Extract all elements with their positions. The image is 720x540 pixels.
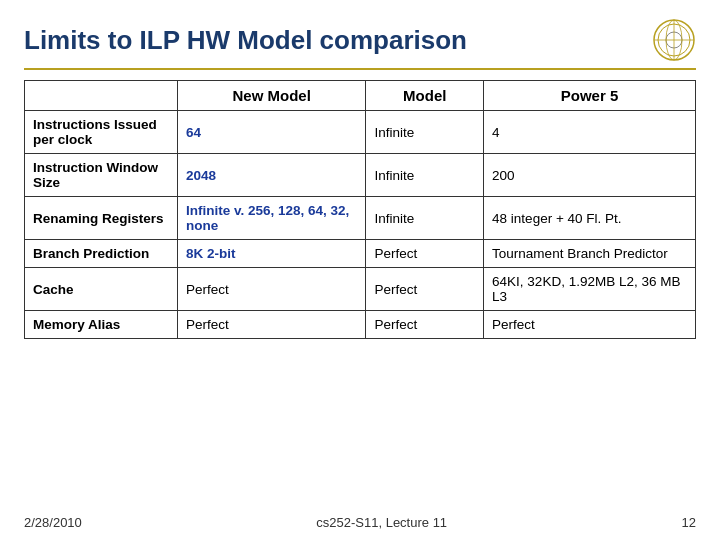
header-cell-power5: Power 5 <box>484 81 696 111</box>
comparison-table: New Model Model Power 5 Instructions Iss… <box>24 80 696 339</box>
header-divider <box>24 68 696 70</box>
table-row: CachePerfectPerfect64KI, 32KD, 1.92MB L2… <box>25 268 696 311</box>
table-row: Memory AliasPerfectPerfectPerfect <box>25 311 696 339</box>
cell-power5: Perfect <box>484 311 696 339</box>
table-row: Branch Prediction8K 2-bitPerfectTourname… <box>25 240 696 268</box>
cell-model: Infinite <box>366 111 484 154</box>
table-header-row: New Model Model Power 5 <box>25 81 696 111</box>
table-row: Instructions Issued per clock64Infinite4 <box>25 111 696 154</box>
cell-new-model: 2048 <box>178 154 366 197</box>
cell-model: Perfect <box>366 268 484 311</box>
page-title: Limits to ILP HW Model comparison <box>24 25 467 56</box>
table-row: Instruction Window Size2048Infinite200 <box>25 154 696 197</box>
cell-power5: 64KI, 32KD, 1.92MB L2, 36 MB L3 <box>484 268 696 311</box>
cell-model: Perfect <box>366 240 484 268</box>
cell-label: Instructions Issued per clock <box>25 111 178 154</box>
cell-power5: 4 <box>484 111 696 154</box>
header: Limits to ILP HW Model comparison <box>24 18 696 62</box>
cell-new-model: 8K 2-bit <box>178 240 366 268</box>
cell-new-model: Perfect <box>178 311 366 339</box>
cell-power5: 48 integer + 40 Fl. Pt. <box>484 197 696 240</box>
cell-label: Memory Alias <box>25 311 178 339</box>
cell-new-model: Perfect <box>178 268 366 311</box>
header-cell-model: Model <box>366 81 484 111</box>
cell-model: Perfect <box>366 311 484 339</box>
cell-model: Infinite <box>366 154 484 197</box>
header-cell-new-model: New Model <box>178 81 366 111</box>
footer-date: 2/28/2010 <box>24 515 82 530</box>
cell-new-model: 64 <box>178 111 366 154</box>
cell-power5: 200 <box>484 154 696 197</box>
logo-icon <box>652 18 696 62</box>
cell-label: Instruction Window Size <box>25 154 178 197</box>
cell-label: Branch Prediction <box>25 240 178 268</box>
footer-page: 12 <box>682 515 696 530</box>
slide: Limits to ILP HW Model comparison New Mo… <box>0 0 720 540</box>
cell-model: Infinite <box>366 197 484 240</box>
footer: 2/28/2010 cs252-S11, Lecture 11 12 <box>24 515 696 530</box>
table-row: Renaming RegistersInfinite v. 256, 128, … <box>25 197 696 240</box>
cell-label: Cache <box>25 268 178 311</box>
header-cell-empty <box>25 81 178 111</box>
cell-label: Renaming Registers <box>25 197 178 240</box>
footer-center: cs252-S11, Lecture 11 <box>82 515 682 530</box>
cell-power5: Tournament Branch Predictor <box>484 240 696 268</box>
cell-new-model: Infinite v. 256, 128, 64, 32, none <box>178 197 366 240</box>
